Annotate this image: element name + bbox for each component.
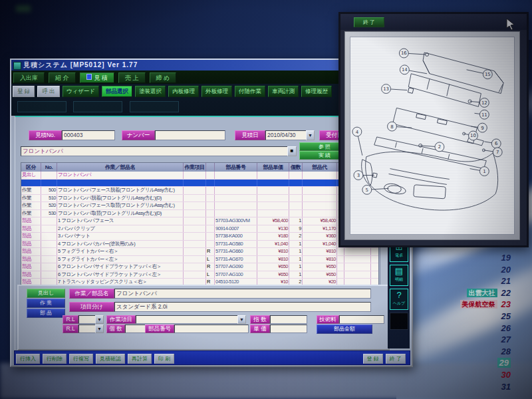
callout-number: 1 [483, 169, 485, 174]
table-row[interactable]: 作業500フロントバンパフェース脱着(フロントグリルAssy含む)x0.40 [21, 187, 378, 195]
cell-price [257, 210, 289, 217]
toolbar-step-button[interactable]: 内板修理 [168, 86, 199, 97]
callout-number: 15 [485, 72, 491, 77]
toolbar-step-button[interactable]: 外板修理 [201, 86, 232, 97]
cell-qty: 1 [289, 241, 303, 248]
toolbar-step-button[interactable]: 車両計測 [268, 86, 299, 97]
form-tab-0[interactable]: 見出し [27, 289, 65, 298]
cell-name: 6 フロントバンパサイドブラケットアッパ＜左＞ [57, 271, 184, 279]
calendar-day: 20 [501, 265, 511, 275]
table-row[interactable]: 部品5 フォグライトカバー＜右＞R57731-AG660¥8101¥810 [21, 248, 378, 256]
plate-number-field[interactable] [155, 130, 225, 140]
table-row[interactable]: 部品6 フロントバンパサイドブラケットアッパ＜右＞R57707-AG090¥65… [21, 263, 378, 271]
toolbar-step-button[interactable]: 塗装選択 [135, 86, 166, 97]
illustration-title-bar[interactable]: 終 了 [340, 14, 527, 30]
cell-name: フロントバンパ取替(フロントグリルAssy含む)(D) [57, 210, 184, 217]
bottom-bar-button[interactable]: 終 了 [386, 354, 406, 364]
menu-item-item[interactable]: 売 上 [118, 72, 146, 83]
estimate-no-label: 見積No. [29, 130, 62, 140]
table-row[interactable]: 部品1 フロントバンパフェース57703-AG300VM¥58,4001¥58,… [21, 217, 378, 225]
index-label: 指 数 [250, 315, 270, 324]
cell-no [41, 225, 57, 233]
rl-dropdown-icon[interactable]: ▼ [95, 315, 104, 324]
cell-loc [206, 202, 215, 209]
bottom-bar-button[interactable]: 行削除 [43, 354, 66, 364]
cell-no [41, 172, 57, 179]
table-row[interactable]: 部品6 フロントバンパサイドブラケットアッパ＜左＞L57707-AG100¥65… [21, 271, 378, 279]
bottom-bar-button[interactable]: 登 録 [363, 354, 383, 364]
menu-item-item[interactable]: 締 め [150, 72, 177, 83]
table-row[interactable]: 部品4 フロントバンパカバー(塗装用のみ)57731-AG580¥1,0401¥… [21, 241, 378, 249]
work-part-name-field[interactable]: フロントバンパ [114, 289, 371, 299]
qty-field[interactable] [125, 325, 146, 333]
rail-明細-button[interactable]: ▤明細 [390, 265, 408, 286]
cell-qty: 1 [289, 217, 303, 225]
unit-price-field[interactable] [270, 325, 307, 333]
table-row[interactable]: 作業510フロントバンパ脱着(フロントグリルAssy含む)(D)x0.80 [21, 195, 378, 203]
category-field[interactable]: スタンダード系 2.0i [114, 302, 371, 312]
toolbar-gray-button[interactable]: 呼 出 [37, 86, 59, 97]
rail-button-label: ヘルプ [390, 301, 408, 306]
cell-pn [215, 195, 257, 202]
cell-pn: 90914-0007 [215, 225, 257, 233]
cell-qty: 9 [289, 225, 303, 233]
form-tab-1[interactable]: 作 業 [27, 299, 65, 308]
column-header: 部品単価 [257, 163, 289, 172]
cell-kubun [21, 180, 41, 187]
table-row[interactable]: 部品3 バンパナット57738-KA000¥1802¥360 [21, 233, 378, 241]
blank-rail-button[interactable] [390, 313, 408, 330]
form-tab-2[interactable]: 部 品 [27, 309, 65, 318]
cell-no [41, 271, 57, 279]
cell-loc [206, 210, 215, 217]
table-row[interactable] [21, 180, 378, 188]
calendar-day-number: 19 [501, 253, 511, 263]
estimate-no-field[interactable]: 000403 [62, 130, 115, 140]
work-item-field[interactable] [136, 315, 241, 324]
fee-field[interactable] [339, 315, 384, 324]
calendar-day-number: 25 [501, 311, 511, 321]
bottom-bar-button[interactable]: 行挿入 [16, 354, 40, 364]
toolbar-step-button[interactable]: 部品選択 [102, 86, 132, 97]
bottom-bar-button[interactable]: 再計算 [128, 354, 152, 364]
cell-qty: 2 [289, 233, 303, 240]
cell-name: 2 バンパクリップ [57, 225, 184, 233]
cell-x [337, 256, 344, 263]
bottom-bar-button[interactable]: 印 刷 [154, 354, 174, 364]
cell-kubun: 作業 [21, 202, 41, 209]
empty-toolbar-slot [73, 101, 122, 112]
table-row[interactable]: 見出しフロントバンパ [21, 172, 378, 180]
index-field[interactable] [270, 315, 307, 324]
illustration-close-button[interactable]: 終 了 [354, 17, 384, 27]
cell-price: ¥1,040 [257, 241, 289, 248]
cell-name: フロントバンパ [57, 172, 184, 179]
estimate-date-field[interactable]: 2010/04/30 [265, 130, 309, 140]
vehicle-title-field[interactable]: フロントバンパ [21, 146, 289, 156]
cell-no: 500 [41, 187, 57, 194]
cell-item [184, 217, 206, 225]
rl2-dropdown-icon[interactable]: ▼ [95, 325, 104, 333]
column-header: 作業項目 [184, 163, 206, 172]
toolbar-step-button[interactable]: ウィザード [63, 86, 99, 97]
part-number-field[interactable] [174, 325, 249, 333]
menu-item-item[interactable]: 紹 介 [49, 72, 76, 83]
bottom-bar-button[interactable]: 見積確認 [96, 354, 125, 364]
rail-ヘルプ-button[interactable]: ?ヘルプ [390, 289, 408, 310]
cell-qty [289, 210, 303, 217]
table-row[interactable]: 作業520フロントバンパフェース取替(フロントグリルAssy含む)x1.00 [21, 202, 378, 210]
toolbar-step-button[interactable]: 修理履歴 [301, 86, 332, 97]
cell-pn: 57707-AG100 [215, 271, 257, 279]
toolbar-step-button[interactable]: 付随作業 [235, 86, 265, 97]
part-number-label: 部品番号 [145, 325, 174, 333]
menu-item-active[interactable]: 見 積 [80, 72, 115, 83]
toolbar-gray-button[interactable]: 登 録 [13, 86, 35, 97]
cell-no [41, 248, 57, 255]
menu-item-item[interactable]: 入出庫 [13, 72, 45, 83]
detail-popup-button[interactable]: ■ [287, 146, 297, 156]
parts-amount-button[interactable]: 部品金額 [317, 325, 372, 334]
table-row[interactable]: 部品2 バンパクリップ90914-0007¥1309¥1,170 [21, 225, 378, 233]
date-dropdown-arrow-icon[interactable]: ▼ [306, 130, 315, 140]
bottom-bar-button[interactable]: 行複写 [69, 354, 93, 364]
table-row[interactable]: 作業530フロントバンパ取替(フロントグリルAssy含む)(D)x1.40 [21, 210, 378, 218]
work-item-dropdown-icon[interactable]: ▼ [237, 315, 246, 324]
table-row[interactable]: 部品5 フォグライトカバー＜左＞L57731-AG670¥8101¥810 [21, 256, 378, 264]
